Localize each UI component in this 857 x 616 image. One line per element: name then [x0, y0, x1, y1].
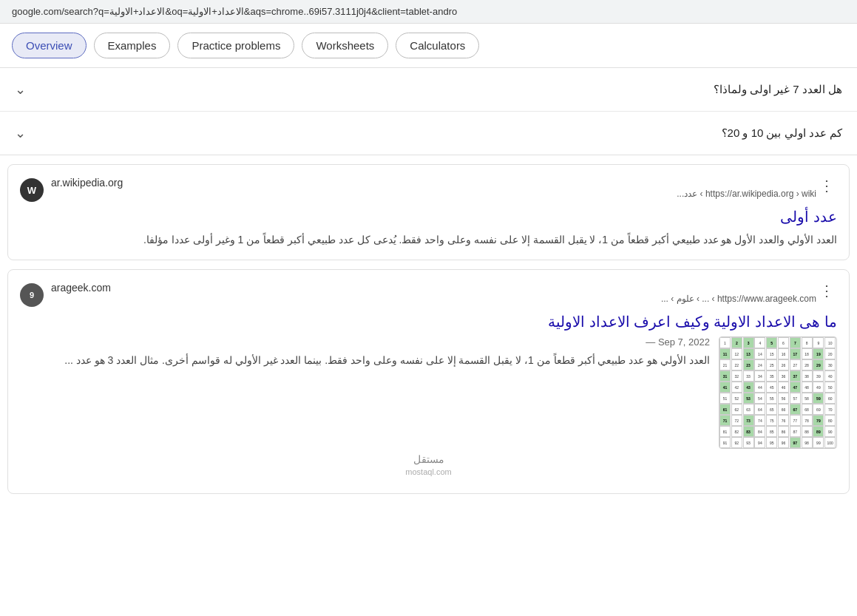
- result-title-arageek[interactable]: ما هى الاعداد الاولية وكيف اعرف الاعداد …: [20, 313, 837, 331]
- prime-cell-9: 9: [813, 337, 824, 348]
- prime-cell-91: 91: [719, 437, 731, 448]
- prime-cell-12: 12: [731, 348, 742, 359]
- site-url-arageek: https://www.arageek.com › ... › علوم › .…: [51, 294, 816, 304]
- prime-cell-51: 51: [719, 393, 731, 404]
- prime-cell-18: 18: [802, 348, 813, 359]
- prime-cell-74: 74: [754, 415, 765, 426]
- prime-cell-34: 34: [754, 370, 765, 382]
- prime-cell-28: 28: [802, 359, 813, 370]
- prime-cell-98: 98: [802, 437, 813, 448]
- prime-cell-47: 47: [790, 382, 801, 393]
- prime-cell-53: 53: [743, 393, 754, 404]
- faq-item-2[interactable]: كم عدد اولي بين 10 و 20؟ ⌄: [0, 112, 857, 155]
- tab-overview[interactable]: Overview: [12, 33, 87, 58]
- more-options-icon-wikipedia[interactable]: ⋮: [816, 177, 837, 194]
- chevron-down-icon-1: ⌄: [15, 81, 26, 98]
- prime-cell-45: 45: [766, 382, 777, 393]
- result-text-arageek: Sep 7, 2022 — العدد الأولي هو عدد طبيعي …: [20, 336, 710, 368]
- prime-cell-31: 31: [719, 370, 731, 382]
- prime-cell-50: 50: [824, 382, 836, 393]
- prime-cell-43: 43: [743, 382, 754, 393]
- prime-cell-24: 24: [754, 359, 765, 370]
- prime-cell-95: 95: [766, 437, 777, 448]
- prime-cell-64: 64: [754, 404, 765, 415]
- prime-cell-67: 67: [790, 404, 801, 415]
- prime-cell-87: 87: [790, 426, 801, 437]
- result-snippet-wikipedia: العدد الأولي والعدد الأول هو عدد طبيعي أ…: [20, 231, 837, 248]
- prime-cell-77: 77: [790, 415, 801, 426]
- more-options-icon-arageek[interactable]: ⋮: [816, 282, 837, 299]
- prime-cell-58: 58: [802, 393, 813, 404]
- favicon-wikipedia: W: [20, 178, 44, 202]
- prime-cell-27: 27: [790, 359, 801, 370]
- prime-cell-65: 65: [766, 404, 777, 415]
- nav-tabs-container: Overview Examples Practice problems Work…: [0, 24, 857, 68]
- prime-cell-4: 4: [754, 337, 765, 348]
- prime-cell-26: 26: [778, 359, 789, 370]
- tab-worksheets[interactable]: Worksheets: [302, 33, 388, 58]
- prime-cell-16: 16: [778, 348, 789, 359]
- prime-cell-81: 81: [719, 426, 731, 437]
- prime-cell-97: 97: [790, 437, 801, 448]
- prime-cell-100: 100: [824, 437, 836, 448]
- prime-cell-25: 25: [766, 359, 777, 370]
- prime-cell-37: 37: [790, 370, 801, 382]
- prime-cell-80: 80: [824, 415, 836, 426]
- result-title-wikipedia[interactable]: عدد أولى: [20, 208, 837, 226]
- prime-cell-66: 66: [778, 404, 789, 415]
- prime-cell-88: 88: [802, 426, 813, 437]
- prime-cell-42: 42: [731, 382, 742, 393]
- prime-cell-7: 7: [790, 337, 801, 348]
- site-name-arageek: arageek.com: [51, 282, 816, 294]
- tab-calculators[interactable]: Calculators: [396, 33, 479, 58]
- prime-cell-55: 55: [766, 393, 777, 404]
- result-content-arageek: Sep 7, 2022 — العدد الأولي هو عدد طبيعي …: [20, 336, 837, 449]
- result-snippet-arageek: العدد الأولي هو عدد طبيعي أكبر قطعاً من …: [20, 352, 710, 368]
- prime-cell-13: 13: [743, 348, 754, 359]
- prime-cell-76: 76: [778, 415, 789, 426]
- prime-cell-23: 23: [743, 359, 754, 370]
- prime-cell-19: 19: [813, 348, 824, 359]
- prime-cell-85: 85: [766, 426, 777, 437]
- prime-cell-2: 2: [731, 337, 742, 348]
- prime-cell-96: 96: [778, 437, 789, 448]
- tab-practice-problems[interactable]: Practice problems: [177, 33, 294, 58]
- url-text: google.com/search?q=الاعداد+الاولية&oq=ا…: [12, 6, 457, 17]
- result-card-arageek: 9 arageek.com https://www.arageek.com › …: [7, 269, 850, 494]
- prime-cell-21: 21: [719, 359, 731, 370]
- prime-cell-73: 73: [743, 415, 754, 426]
- url-bar: google.com/search?q=الاعداد+الاولية&oq=ا…: [0, 0, 857, 24]
- prime-cell-56: 56: [778, 393, 789, 404]
- prime-cell-41: 41: [719, 382, 731, 393]
- site-name-wikipedia: ar.wikipedia.org: [51, 177, 816, 189]
- prime-cell-15: 15: [766, 348, 777, 359]
- prime-cell-72: 72: [731, 415, 742, 426]
- prime-cell-11: 11: [719, 348, 731, 359]
- prime-cell-89: 89: [813, 426, 824, 437]
- prime-cell-35: 35: [766, 370, 777, 382]
- prime-cell-29: 29: [813, 359, 824, 370]
- prime-number-grid: 1234567891011121314151617181920212223242…: [719, 336, 837, 449]
- result-card-wikipedia: W ar.wikipedia.org https://ar.wikipedia.…: [7, 164, 850, 260]
- prime-cell-14: 14: [754, 348, 765, 359]
- prime-cell-3: 3: [743, 337, 754, 348]
- prime-cell-63: 63: [743, 404, 754, 415]
- prime-cell-32: 32: [731, 370, 742, 382]
- prime-cell-1: 1: [719, 337, 731, 348]
- prime-cell-33: 33: [743, 370, 754, 382]
- prime-cell-78: 78: [802, 415, 813, 426]
- prime-cell-70: 70: [824, 404, 836, 415]
- tab-examples[interactable]: Examples: [94, 33, 171, 58]
- prime-cell-60: 60: [824, 393, 836, 404]
- prime-cell-59: 59: [813, 393, 824, 404]
- prime-cell-40: 40: [824, 370, 836, 382]
- prime-cell-46: 46: [778, 382, 789, 393]
- site-info-wikipedia: ar.wikipedia.org https://ar.wikipedia.or…: [51, 177, 816, 199]
- prime-cell-75: 75: [766, 415, 777, 426]
- prime-cell-54: 54: [754, 393, 765, 404]
- prime-cell-68: 68: [802, 404, 813, 415]
- prime-cell-69: 69: [813, 404, 824, 415]
- faq-item-1[interactable]: هل العدد 7 غير اولى ولماذا؟ ⌄: [0, 68, 857, 112]
- prime-cell-44: 44: [754, 382, 765, 393]
- faq-section: هل العدد 7 غير اولى ولماذا؟ ⌄ كم عدد اول…: [0, 68, 857, 155]
